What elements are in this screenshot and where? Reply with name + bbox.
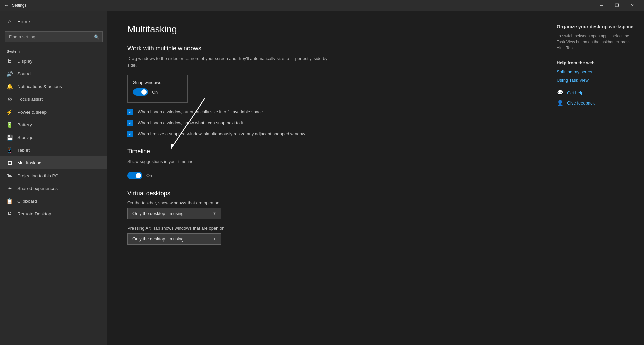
alt-tab-dropdown-chevron: ▼ bbox=[213, 237, 216, 241]
alt-tab-dropdown[interactable]: Only the desktop I'm using ▼ bbox=[127, 233, 221, 245]
help-link-split[interactable]: Splitting my screen bbox=[557, 69, 634, 74]
back-button[interactable]: ← bbox=[4, 3, 9, 8]
work-section-desc: Drag windows to the sides or corners of … bbox=[127, 55, 329, 68]
sidebar-item-label-battery: Battery bbox=[17, 122, 32, 127]
timeline-toggle[interactable] bbox=[127, 172, 142, 179]
sidebar-item-label-shared: Shared experiences bbox=[17, 186, 58, 191]
sidebar-item-battery[interactable]: 🔋 Battery bbox=[0, 118, 107, 131]
alt-tab-dropdown-label: Pressing Alt+Tab shows windows that are … bbox=[127, 226, 530, 231]
sidebar-item-label-sound: Sound bbox=[17, 71, 31, 76]
sidebar-item-focus[interactable]: ⊘ Focus assist bbox=[0, 93, 107, 106]
sidebar-item-label-remote: Remote Desktop bbox=[17, 211, 51, 216]
help-web-title: Help from the web bbox=[557, 60, 634, 65]
right-panel: Organize your desktop workspace To switc… bbox=[550, 11, 644, 345]
taskbar-dropdown-value: Only the desktop I'm using bbox=[132, 211, 184, 216]
snap-annotation-container: Snap windows On bbox=[127, 75, 530, 109]
sidebar-item-notifications[interactable]: 🔔 Notifications & actions bbox=[0, 80, 107, 93]
maximize-button[interactable]: ❐ bbox=[609, 0, 625, 11]
projecting-icon: 📽 bbox=[7, 172, 13, 179]
sidebar-items: 🖥 Display 🔊 Sound 🔔 Notifications & acti… bbox=[0, 55, 107, 220]
sidebar-item-multitasking[interactable]: ⊡ Multitasking bbox=[0, 156, 107, 169]
work-section-heading: Work with multiple windows bbox=[127, 45, 530, 52]
titlebar-title: Settings bbox=[12, 3, 594, 8]
action-get-help[interactable]: 💬 Get help bbox=[557, 89, 634, 96]
timeline-toggle-row: On bbox=[127, 172, 530, 179]
checkbox-cb2[interactable]: ✓ bbox=[127, 120, 133, 126]
sound-icon: 🔊 bbox=[7, 71, 13, 77]
power-icon: ⚡ bbox=[7, 109, 13, 115]
checkbox-row-cb2: ✓ When I snap a window, show what I can … bbox=[127, 120, 530, 126]
sidebar-item-label-display: Display bbox=[17, 59, 32, 64]
taskbar-dropdown-row: On the taskbar, show windows that are op… bbox=[127, 200, 530, 219]
main-content: Multitasking Work with multiple windows … bbox=[107, 11, 550, 345]
taskbar-dropdown-label: On the taskbar, show windows that are op… bbox=[127, 200, 530, 205]
organize-desc: To switch between open apps, select the … bbox=[557, 33, 634, 51]
snap-toggle-track[interactable] bbox=[133, 88, 148, 96]
sidebar-item-projecting[interactable]: 📽 Projecting to this PC bbox=[0, 169, 107, 182]
feedback-label: Give feedback bbox=[567, 100, 595, 106]
multitasking-icon: ⊡ bbox=[7, 160, 13, 166]
sidebar: ⌂ Home 🔍 System 🖥 Display 🔊 Sound 🔔 Noti… bbox=[0, 11, 107, 345]
timeline-toggle-track[interactable] bbox=[127, 172, 142, 179]
storage-icon: 💾 bbox=[7, 134, 13, 140]
sidebar-home-label: Home bbox=[17, 19, 30, 24]
minimize-button[interactable]: ─ bbox=[594, 0, 609, 11]
sidebar-item-label-tablet: Tablet bbox=[17, 148, 30, 153]
page-title: Multitasking bbox=[127, 24, 530, 35]
sidebar-item-display[interactable]: 🖥 Display bbox=[0, 55, 107, 67]
remote-icon: 🖥 bbox=[7, 211, 13, 217]
sidebar-item-clipboard[interactable]: 📋 Clipboard bbox=[0, 195, 107, 207]
checkbox-row-cb1: ✓ When I snap a window, automatically si… bbox=[127, 109, 530, 115]
snap-toggle-label: On bbox=[152, 90, 158, 95]
timeline-suggestions-label: Show suggestions in your timeline bbox=[127, 158, 329, 165]
checkbox-text-cb2: When I snap a window, show what I can sn… bbox=[138, 120, 243, 126]
timeline-toggle-thumb bbox=[136, 173, 141, 178]
window-controls: ─ ❐ ✕ bbox=[594, 0, 640, 11]
get-help-label: Get help bbox=[567, 90, 583, 95]
search-icon: 🔍 bbox=[94, 34, 99, 39]
checkbox-row-cb3: ✓ When I resize a snapped window, simult… bbox=[127, 131, 530, 137]
timeline-section: Timeline Show suggestions in your timeli… bbox=[127, 148, 530, 179]
sidebar-item-sound[interactable]: 🔊 Sound bbox=[0, 67, 107, 80]
snap-windows-box: Snap windows On bbox=[127, 75, 188, 103]
sidebar-item-label-clipboard: Clipboard bbox=[17, 199, 37, 204]
search-input[interactable] bbox=[5, 31, 103, 42]
snap-checkboxes: ✓ When I snap a window, automatically si… bbox=[127, 109, 530, 137]
home-icon: ⌂ bbox=[7, 19, 13, 25]
sidebar-item-label-multitasking: Multitasking bbox=[17, 160, 41, 165]
taskbar-dropdown-chevron: ▼ bbox=[213, 211, 216, 215]
sidebar-item-label-storage: Storage bbox=[17, 135, 33, 140]
checkbox-cb1[interactable]: ✓ bbox=[127, 109, 133, 115]
sidebar-item-shared[interactable]: ✦ Shared experiences bbox=[0, 182, 107, 195]
sidebar-item-power[interactable]: ⚡ Power & sleep bbox=[0, 106, 107, 118]
checkmark-cb3: ✓ bbox=[129, 132, 132, 136]
snap-toggle-thumb bbox=[141, 89, 147, 95]
help-actions: 💬 Get help 👤 Give feedback bbox=[557, 89, 634, 106]
sidebar-item-remote[interactable]: 🖥 Remote Desktop bbox=[0, 207, 107, 220]
snap-toggle-row: On bbox=[133, 88, 182, 96]
alt-tab-dropdown-row: Pressing Alt+Tab shows windows that are … bbox=[127, 226, 530, 245]
action-feedback[interactable]: 👤 Give feedback bbox=[557, 99, 634, 106]
notifications-icon: 🔔 bbox=[7, 83, 13, 89]
sidebar-item-tablet[interactable]: 📱 Tablet bbox=[0, 144, 107, 156]
sidebar-item-storage[interactable]: 💾 Storage bbox=[0, 131, 107, 144]
snap-toggle[interactable] bbox=[133, 88, 148, 96]
display-icon: 🖥 bbox=[7, 58, 13, 64]
sidebar-item-label-projecting: Projecting to this PC bbox=[17, 173, 58, 178]
shared-icon: ✦ bbox=[7, 185, 13, 191]
sidebar-item-home[interactable]: ⌂ Home bbox=[0, 15, 107, 29]
help-link-taskview[interactable]: Using Task View bbox=[557, 78, 634, 83]
titlebar: ← Settings ─ ❐ ✕ bbox=[0, 0, 644, 11]
checkmark-cb1: ✓ bbox=[129, 110, 132, 114]
sidebar-item-label-focus: Focus assist bbox=[17, 97, 43, 102]
taskbar-dropdown[interactable]: Only the desktop I'm using ▼ bbox=[127, 208, 221, 219]
checkbox-text-cb3: When I resize a snapped window, simultan… bbox=[138, 131, 305, 137]
close-button[interactable]: ✕ bbox=[625, 0, 640, 11]
sidebar-item-label-power: Power & sleep bbox=[17, 110, 47, 115]
checkbox-cb3[interactable]: ✓ bbox=[127, 131, 133, 137]
battery-icon: 🔋 bbox=[7, 122, 13, 128]
work-multiple-windows-section: Work with multiple windows Drag windows … bbox=[127, 45, 530, 137]
alt-tab-dropdown-value: Only the desktop I'm using bbox=[132, 236, 184, 242]
sidebar-section-label: System bbox=[0, 47, 107, 55]
clipboard-icon: 📋 bbox=[7, 198, 13, 204]
